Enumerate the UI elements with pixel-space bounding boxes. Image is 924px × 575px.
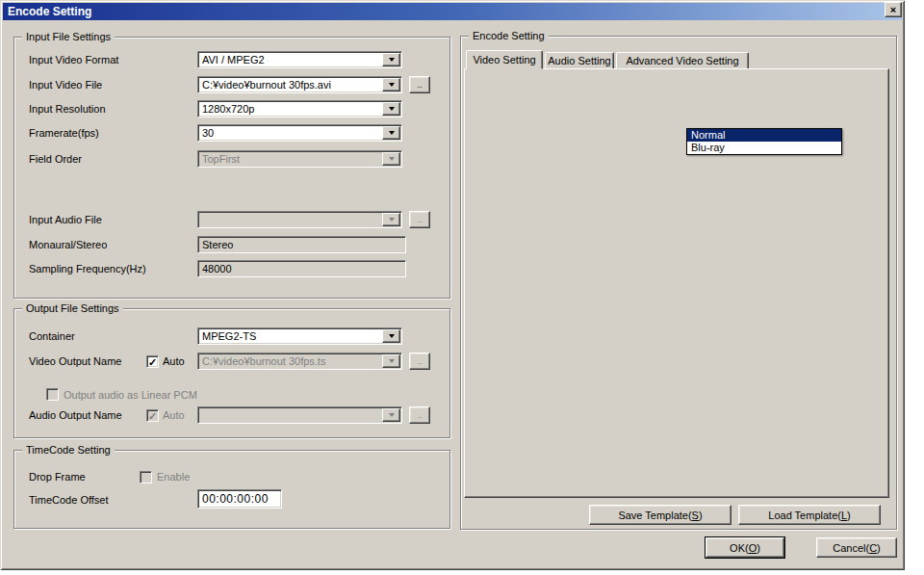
tab-audio-setting[interactable]: Audio Setting (545, 52, 614, 69)
close-button[interactable]: × (885, 2, 902, 17)
select-value: TopFirst (202, 152, 382, 167)
dropdown-option-blu-ray[interactable]: Blu-ray (687, 142, 841, 154)
chevron-down-icon (389, 58, 395, 62)
tab-advanced-video-setting[interactable]: Advanced Video Setting (616, 52, 749, 69)
drop-frame-label: Drop Frame (29, 470, 86, 484)
field-value: Stereo (202, 238, 402, 252)
field-order-label: Field Order (29, 152, 82, 166)
chevron-down-icon (389, 413, 395, 417)
input-resolution-select[interactable]: 1280x720p (197, 100, 402, 118)
linear-pcm-label: Output audio as Linear PCM (64, 388, 197, 402)
input-video-file-select[interactable]: C:¥video¥burnout 30fps.avi (197, 76, 402, 93)
audio-output-auto-label: Auto (163, 408, 185, 422)
dropdown-button[interactable] (382, 329, 400, 343)
video-output-name-label: Video Output Name (29, 354, 121, 368)
drop-frame-enable-label: Enable (157, 470, 190, 484)
browse-icon: .. (417, 215, 422, 224)
sampling-frequency-field: 48000 (197, 260, 406, 277)
linear-pcm-checkbox (46, 388, 59, 401)
input-video-format-label: Input Video Format (29, 53, 118, 66)
select-value: C:¥video¥burnout 30fps.avi (202, 78, 382, 92)
input-resolution-label: Input Resolution (29, 102, 106, 116)
chevron-down-icon (389, 334, 395, 338)
video-output-auto-label: Auto (163, 354, 185, 368)
field-order-select: TopFirst (197, 150, 402, 168)
button-label: Save Template(S) (618, 510, 702, 521)
check-icon: ✓ (148, 411, 157, 421)
audio-output-name-label: Audio Output Name (29, 408, 122, 422)
chevron-down-icon (389, 218, 395, 222)
close-icon: × (890, 5, 896, 14)
chevron-down-icon (389, 83, 395, 87)
select-value: AVI / MPEG2 (202, 53, 382, 67)
titlebar[interactable]: Encode Setting (3, 3, 902, 20)
check-icon: ✓ (148, 357, 157, 367)
video-output-name-select: C:¥video¥burnout 30fps.ts (197, 353, 402, 370)
cancel-button[interactable]: Cancel(C) (816, 537, 897, 558)
browse-audio-output-button: .. (409, 406, 430, 424)
dropdown-option-normal[interactable]: Normal (687, 129, 841, 142)
chevron-down-icon (389, 359, 395, 363)
browse-icon: .. (417, 80, 422, 90)
field-value: 48000 (202, 262, 402, 276)
group-title: Output File Settings (22, 302, 123, 314)
screen: Encode Setting × Input File Settings Inp… (0, 0, 924, 575)
framerate-label: Framerate(fps) (29, 126, 99, 140)
browse-input-video-file-button[interactable]: .. (409, 76, 430, 93)
tab-label: Audio Setting (548, 55, 610, 66)
audio-output-name-select (197, 406, 402, 424)
button-label: Load Template(L) (768, 510, 850, 521)
container-label: Container (29, 329, 75, 343)
dropdown-button (382, 213, 400, 226)
sampling-frequency-label: Sampling Frequency(Hz) (29, 262, 146, 275)
browse-video-output-button: .. (409, 353, 430, 370)
drop-frame-enable-checkbox (140, 471, 152, 484)
select-value: 30 (202, 126, 382, 141)
group-title: Encode Setting (469, 30, 549, 41)
browse-icon: .. (417, 356, 422, 366)
chevron-down-icon (389, 107, 395, 111)
button-label: OK(O) (730, 542, 760, 554)
dropdown-button (382, 408, 400, 422)
framerate-select[interactable]: 30 (197, 124, 402, 142)
select-value: 1280x720p (202, 102, 382, 117)
select-value: MPEG2-TS (202, 329, 382, 344)
dropdown-button (382, 354, 400, 368)
input-audio-file-select (197, 211, 402, 228)
monaural-stereo-label: Monaural/Stereo (29, 238, 107, 251)
monaural-stereo-field: Stereo (197, 236, 406, 253)
dropdown-button[interactable] (382, 53, 400, 66)
browse-input-audio-file-button: .. (409, 211, 430, 228)
timecode-offset-label: TimeCode Offset (29, 493, 109, 507)
button-label: Cancel(C) (833, 542, 881, 554)
group-title: TimeCode Setting (22, 444, 115, 456)
browse-icon: .. (417, 410, 422, 420)
tab-video-setting[interactable]: Video Setting (466, 50, 543, 69)
input-video-format-select[interactable]: AVI / MPEG2 (197, 51, 402, 68)
audio-output-auto-checkbox: ✓ (146, 409, 159, 422)
window-title: Encode Setting (3, 5, 91, 18)
container-select[interactable]: MPEG2-TS (197, 327, 402, 345)
tab-label: Video Setting (473, 54, 535, 65)
stream-type-dropdown-list: Normal Blu-ray (686, 128, 842, 155)
video-output-auto-checkbox[interactable]: ✓ (146, 355, 159, 368)
input-audio-file-label: Input Audio File (29, 213, 102, 226)
input-video-file-label: Input Video File (29, 78, 102, 91)
input-value: 00:00:00:00 (202, 491, 278, 508)
group-title: Input File Settings (22, 31, 115, 42)
save-template-button[interactable]: Save Template(S) (589, 505, 732, 525)
dropdown-button[interactable] (382, 102, 400, 116)
dropdown-button[interactable] (382, 78, 400, 91)
load-template-button[interactable]: Load Template(L) (738, 505, 881, 525)
select-value: C:¥video¥burnout 30fps.ts (202, 354, 382, 369)
encode-setting-dialog: Encode Setting × Input File Settings Inp… (0, 0, 905, 570)
chevron-down-icon (389, 157, 395, 161)
ok-button[interactable]: OK(O) (706, 537, 784, 558)
dropdown-button[interactable] (382, 126, 400, 140)
dropdown-button (382, 152, 400, 166)
timecode-offset-input[interactable]: 00:00:00:00 (197, 489, 282, 509)
tab-label: Advanced Video Setting (626, 55, 738, 66)
chevron-down-icon (389, 131, 395, 135)
